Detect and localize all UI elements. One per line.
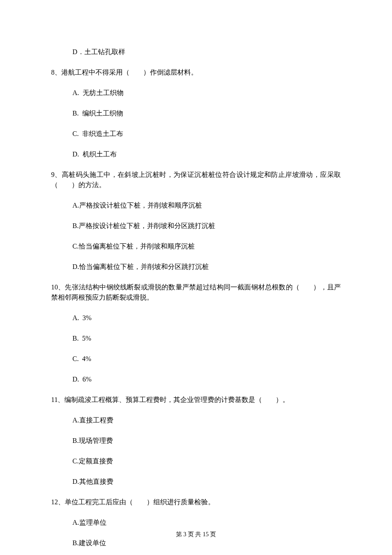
q10-option-d: D. 6% <box>72 374 341 384</box>
q8-option-d: D. 机织土工布 <box>72 149 341 159</box>
q9-option-c: C.恰当偏离桩位下桩，并削坡和顺序沉桩 <box>72 241 341 251</box>
q10-option-b: B. 5% <box>72 333 341 344</box>
page-footer: 第 3 页 共 15 页 <box>0 530 392 539</box>
q10-option-c: C. 4% <box>72 354 341 364</box>
q9-option-d: D.恰当偏离桩位下桩，并削坡和分区跳打沉桩 <box>72 262 341 272</box>
q12-option-b: B.建设单位 <box>72 538 341 548</box>
q11-option-b: B.现场管理费 <box>72 436 341 446</box>
q8-option-c: C. 非织造土工布 <box>72 129 341 139</box>
q10-stem: 10、先张法结构中钢绞线断裂或滑脱的数量严禁超过结构同一截面钢材总根数的（ ），… <box>51 282 341 303</box>
q8-option-a: A. 无纺土工织物 <box>72 88 341 98</box>
q9-option-b: B.严格按设计桩位下桩，并削坡和分区跳打沉桩 <box>72 221 341 231</box>
q11-option-c: C.定额直接费 <box>72 456 341 466</box>
q8-stem: 8、港航工程中不得采用（ ）作倒滤层材料。 <box>51 67 341 78</box>
q11-option-a: A.直接工程费 <box>72 415 341 425</box>
q9-option-a: A.严格按设计桩位下桩，并削坡和顺序沉桩 <box>72 200 341 211</box>
q11-option-d: D.其他直接费 <box>72 477 341 487</box>
q8-option-b: B. 编织土工织物 <box>72 108 341 119</box>
q7-option-d: D．土工钻孔取样 <box>72 47 341 57</box>
q12-stem: 12、单位工程完工后应由（ ）组织进行质量检验。 <box>51 497 341 507</box>
q12-option-a: A.监理单位 <box>72 517 341 528</box>
q10-option-a: A. 3% <box>72 313 341 323</box>
q9-stem: 9、高桩码头施工中，在斜坡上沉桩时，为保证沉桩桩位符合设计规定和防止岸坡滑动，应… <box>51 170 341 190</box>
q11-stem: 11、编制疏浚工程概算、预算工程费时，其企业管理费的计费基数是（ ）。 <box>51 395 341 405</box>
